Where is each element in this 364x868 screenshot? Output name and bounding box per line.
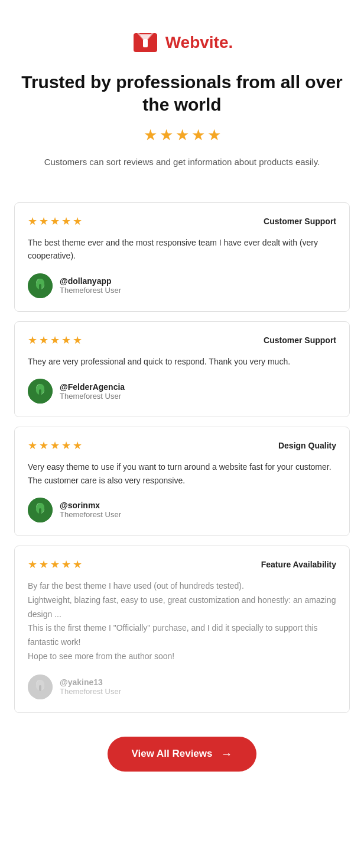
reviewer-info-4: @yakine13 Themeforest User: [60, 677, 121, 696]
page-headline: Trusted by professionals from all over t…: [14, 71, 350, 115]
cta-section: View All Reviews →: [0, 732, 364, 800]
reviewer-info-3: @sorinmx Themeforest User: [60, 501, 121, 519]
review-stars-3: ★ ★ ★ ★ ★: [28, 439, 82, 452]
reviewer-avatar-1: [28, 273, 53, 298]
review-card-1: ★ ★ ★ ★ ★ Customer Support The best them…: [14, 202, 350, 312]
header-subtext: Customers can sort reviews and get infor…: [14, 155, 350, 169]
reviewer-4: @yakine13 Themeforest User: [28, 675, 336, 699]
review-text-3: Very easy theme to use if you want to tu…: [28, 460, 336, 487]
reviewer-source-1: Themeforest User: [60, 286, 121, 295]
review-stars-4: ★ ★ ★ ★ ★: [28, 558, 82, 571]
reviewer-source-4: Themeforest User: [60, 687, 121, 696]
logo-text: Webvite.: [165, 33, 233, 52]
view-all-reviews-button[interactable]: View All Reviews →: [108, 737, 256, 772]
header-section: Webvite. Trusted by professionals from a…: [0, 0, 364, 202]
review-text-2: They are very professional and quick to …: [28, 355, 336, 368]
review-header-4: ★ ★ ★ ★ ★ Feature Availability: [28, 558, 336, 571]
review-card-4: ★ ★ ★ ★ ★ Feature Availability By far th…: [14, 546, 350, 713]
reviewer-2: @FelderAgencia Themeforest User: [28, 379, 336, 404]
reviewer-handle-3: @sorinmx: [60, 501, 121, 510]
reviewer-handle-1: @dollanyapp: [60, 276, 121, 286]
star-1: ★: [144, 126, 157, 144]
star-4: ★: [191, 126, 205, 144]
review-text-1: The best theme ever and the most respons…: [28, 236, 336, 263]
logo: Webvite.: [14, 28, 350, 57]
reviewer-source-3: Themeforest User: [60, 510, 121, 519]
reviewer-info-1: @dollanyapp Themeforest User: [60, 276, 121, 295]
reviewer-avatar-4: [28, 675, 53, 699]
reviewer-handle-2: @FelderAgencia: [60, 382, 125, 392]
svg-rect-15: [39, 508, 41, 514]
review-header-3: ★ ★ ★ ★ ★ Design Quality: [28, 439, 336, 452]
review-category-1: Customer Support: [264, 217, 336, 226]
reviewer-avatar-2: [28, 379, 53, 404]
review-stars-1: ★ ★ ★ ★ ★: [28, 215, 82, 228]
review-category-2: Customer Support: [264, 335, 336, 345]
cta-label: View All Reviews: [131, 748, 212, 760]
star-2: ★: [160, 126, 173, 144]
review-header-1: ★ ★ ★ ★ ★ Customer Support: [28, 215, 336, 228]
star-5: ★: [207, 126, 221, 144]
svg-rect-7: [39, 284, 41, 290]
star-3: ★: [176, 126, 189, 144]
reviewer-info-2: @FelderAgencia Themeforest User: [60, 382, 125, 401]
logo-icon: [131, 28, 160, 57]
review-card-3: ★ ★ ★ ★ ★ Design Quality Very easy theme…: [14, 427, 350, 536]
header-stars: ★ ★ ★ ★ ★: [14, 126, 350, 144]
cta-arrow-icon: →: [221, 747, 233, 761]
reviewer-1: @dollanyapp Themeforest User: [28, 273, 336, 298]
reviews-section: ★ ★ ★ ★ ★ Customer Support The best them…: [0, 202, 364, 732]
review-card-2: ★ ★ ★ ★ ★ Customer Support They are very…: [14, 321, 350, 417]
reviewer-3: @sorinmx Themeforest User: [28, 498, 336, 522]
review-stars-2: ★ ★ ★ ★ ★: [28, 334, 82, 347]
review-header-2: ★ ★ ★ ★ ★ Customer Support: [28, 334, 336, 347]
svg-rect-11: [39, 389, 41, 395]
reviewer-source-2: Themeforest User: [60, 392, 125, 401]
reviewer-avatar-3: [28, 498, 53, 522]
reviewer-handle-4: @yakine13: [60, 677, 121, 687]
review-text-4: By far the best theme I have used (out o…: [28, 579, 336, 664]
review-category-3: Design Quality: [278, 441, 336, 450]
svg-rect-19: [39, 685, 41, 691]
review-category-4: Feature Availability: [261, 560, 336, 569]
